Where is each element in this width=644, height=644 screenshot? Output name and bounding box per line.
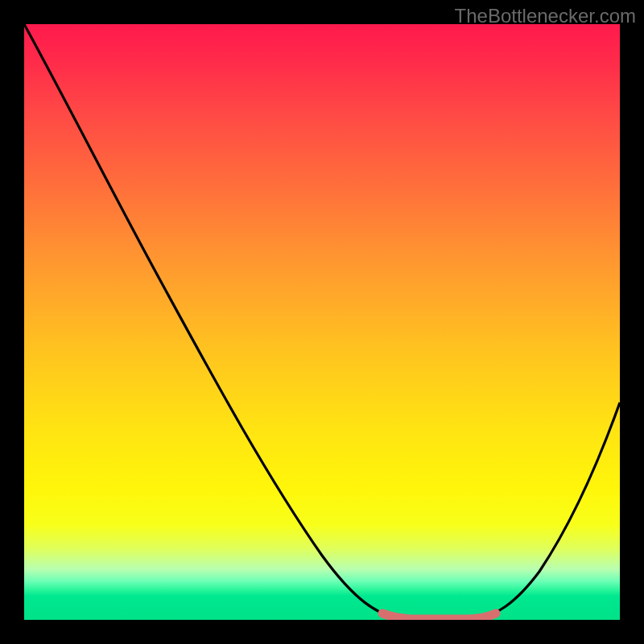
bottleneck-curve [24,24,620,618]
frame-left [0,0,24,644]
plot-area [24,24,620,620]
frame-bottom [0,620,644,644]
watermark-text: TheBottlenecker.com [455,5,636,27]
optimal-range-highlight [382,613,496,619]
curve-layer [24,24,620,620]
chart-container: TheBottlenecker.com [0,0,644,644]
frame-right [620,0,644,644]
